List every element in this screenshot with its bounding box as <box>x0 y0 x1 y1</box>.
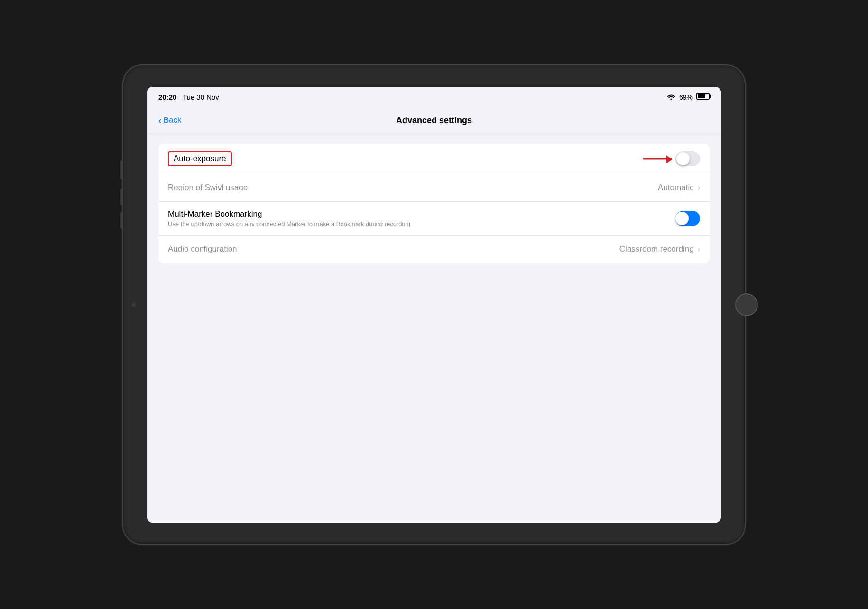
region-value: Automatic <box>658 183 694 192</box>
auto-exposure-label: Auto-exposure <box>168 151 232 166</box>
settings-group: Auto-exposure Region <box>158 144 710 263</box>
camera-dot <box>132 303 136 307</box>
auto-exposure-right <box>675 151 700 166</box>
toggle-thumb <box>676 152 690 165</box>
audio-config-label: Audio configuration <box>168 245 237 254</box>
multi-marker-sublabel: Use the up/down arrows on any connected … <box>168 220 410 227</box>
status-indicators: 69% <box>667 93 710 101</box>
audio-config-left: Audio configuration <box>168 245 237 254</box>
auto-exposure-left: Auto-exposure <box>168 151 232 166</box>
red-arrow-icon <box>643 158 672 159</box>
page-title: Advanced settings <box>396 116 472 126</box>
multi-marker-row: Multi-Marker Bookmarking Use the up/down… <box>158 202 710 236</box>
multi-marker-left: Multi-Marker Bookmarking Use the up/down… <box>168 209 410 227</box>
multi-marker-label: Multi-Marker Bookmarking <box>168 209 410 219</box>
ipad-screen: 20:20 Tue 30 Nov 69% <box>147 87 721 523</box>
region-left: Region of Swivl usage <box>168 183 248 192</box>
audio-config-chevron-icon: › <box>698 245 700 254</box>
red-arrow-annotation <box>643 158 672 159</box>
auto-exposure-row: Auto-exposure <box>158 144 710 174</box>
audio-config-right: Classroom recording › <box>619 245 700 254</box>
home-button[interactable] <box>735 293 758 316</box>
status-bar: 20:20 Tue 30 Nov 69% <box>147 87 721 108</box>
volume-up-button <box>120 189 123 205</box>
back-button[interactable]: ‹ Back <box>158 116 181 125</box>
multi-marker-toggle[interactable] <box>675 211 700 226</box>
time-display: 20:20 <box>158 93 176 101</box>
content-area: Auto-exposure Region <box>147 134 721 523</box>
audio-config-row[interactable]: Audio configuration Classroom recording … <box>158 236 710 263</box>
region-row[interactable]: Region of Swivl usage Automatic › <box>158 174 710 202</box>
region-label: Region of Swivl usage <box>168 183 248 192</box>
wifi-icon <box>667 93 675 101</box>
region-right: Automatic › <box>658 183 700 192</box>
back-chevron-icon: ‹ <box>158 116 162 125</box>
tablet-frame: 20:20 Tue 30 Nov 69% <box>123 65 745 544</box>
audio-config-value: Classroom recording <box>619 245 694 254</box>
region-chevron-icon: › <box>698 183 700 192</box>
navigation-bar: ‹ Back Advanced settings <box>147 108 721 134</box>
battery-icon <box>696 93 710 101</box>
date-display: Tue 30 Nov <box>183 93 219 101</box>
status-time-date: 20:20 Tue 30 Nov <box>158 93 219 101</box>
battery-percent: 69% <box>679 93 693 101</box>
auto-exposure-toggle[interactable] <box>675 151 700 166</box>
multi-marker-right <box>675 211 700 226</box>
toggle-thumb-multi <box>675 212 689 225</box>
volume-down-button <box>120 212 123 229</box>
back-label: Back <box>164 116 182 125</box>
